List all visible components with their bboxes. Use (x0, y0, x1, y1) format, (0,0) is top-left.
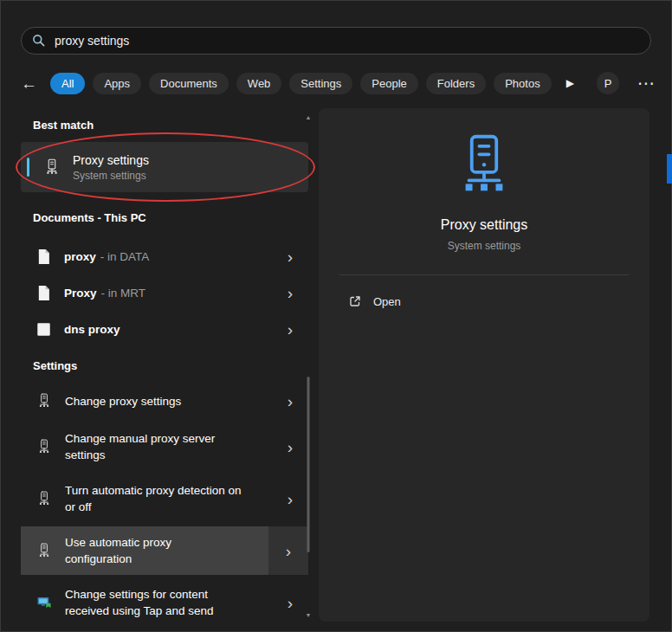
preview-divider (339, 274, 629, 275)
chevron-right-icon[interactable]: › (288, 248, 293, 265)
chevron-right-icon[interactable]: › (288, 321, 293, 338)
document-icon (36, 285, 51, 301)
scrollbar-track[interactable] (303, 122, 313, 611)
item-main[interactable]: Use automatic proxy configuration (21, 526, 268, 575)
item-text: proxy- in DATA (64, 250, 149, 263)
preview-panel: Proxy settings System settings Open (319, 108, 649, 622)
best-match-subtitle: System settings (73, 170, 149, 182)
item-name: proxy (64, 250, 96, 263)
section-heading-documents: Documents - This PC (21, 192, 308, 229)
result-item-proxy-in-data[interactable]: proxy- in DATA › (21, 238, 308, 274)
item-name: Proxy (64, 287, 97, 300)
result-item-dns-proxy[interactable]: dns proxy › (21, 311, 308, 347)
item-label: Use automatic proxy configuration (65, 534, 212, 567)
chevron-right-icon[interactable]: › (288, 393, 293, 410)
filter-tab-all[interactable]: All (50, 73, 85, 94)
item-suffix: - in MRT (101, 287, 146, 300)
open-action[interactable]: Open (348, 294, 401, 308)
windows-search-window: proxy settings ← All Apps Documents Web … (0, 0, 672, 632)
chevron-right-icon[interactable]: › (286, 543, 291, 559)
search-bar[interactable]: proxy settings (21, 27, 651, 55)
filter-tab-people[interactable]: People (360, 73, 417, 94)
scroll-up-icon[interactable]: ▲ (306, 113, 312, 122)
result-item-turn-automatic-proxy-detection[interactable]: Turn automatic proxy detection on or off… (21, 474, 308, 523)
filter-tab-folders[interactable]: Folders (426, 73, 486, 94)
filter-tab-web[interactable]: Web (236, 73, 282, 94)
section-heading-best-match: Best match (21, 108, 308, 137)
item-label: Change manual proxy server settings (65, 430, 242, 463)
chevron-right-icon[interactable]: › (288, 439, 293, 455)
section-heading-settings: Settings (21, 347, 308, 377)
item-label: Change proxy settings (65, 393, 181, 410)
background-window-sliver (667, 154, 672, 184)
item-name: dns proxy (64, 323, 120, 336)
scroll-down-icon[interactable]: ▼ (306, 611, 312, 620)
chevron-right-icon[interactable]: › (288, 285, 293, 301)
open-external-icon (348, 294, 362, 308)
more-filters-arrow-icon[interactable]: ▶ (566, 77, 574, 89)
result-item-change-proxy-settings[interactable]: Change proxy settings › (21, 383, 308, 419)
result-item-change-manual-proxy[interactable]: Change manual proxy server settings › (21, 422, 308, 471)
item-suffix: - in DATA (100, 250, 150, 263)
best-match-title: Proxy settings (73, 153, 149, 167)
proxy-server-icon (36, 543, 52, 558)
item-label: Change settings for content received usi… (65, 586, 242, 619)
filter-tab-settings[interactable]: Settings (289, 73, 352, 94)
filter-tab-row: ← All Apps Documents Web Settings People… (21, 71, 655, 95)
item-label: Turn automatic proxy detection on or off (65, 482, 242, 515)
document-icon (36, 248, 51, 265)
proxy-server-icon (36, 439, 52, 455)
account-avatar[interactable]: P (597, 72, 619, 94)
scrollbar-thumb[interactable] (307, 377, 310, 552)
open-label: Open (373, 295, 401, 308)
results-scrollbar[interactable]: ▲ ▼ (303, 113, 313, 620)
chevron-right-icon[interactable]: › (288, 595, 293, 611)
preview-title: Proxy settings (441, 217, 527, 233)
filter-tab-apps[interactable]: Apps (93, 73, 141, 94)
search-icon (32, 34, 46, 48)
chevron-right-icon[interactable]: › (288, 491, 293, 507)
search-input[interactable]: proxy settings (55, 34, 129, 48)
proxy-server-icon (36, 491, 52, 506)
more-options-icon[interactable]: ⋯ (637, 74, 655, 92)
file-blank-icon (36, 322, 51, 337)
best-match-text: Proxy settings System settings (73, 153, 149, 182)
back-arrow-icon[interactable]: ← (21, 75, 37, 92)
proxy-server-icon (43, 158, 61, 176)
filter-tab-photos[interactable]: Photos (494, 73, 551, 94)
best-match-result[interactable]: Proxy settings System settings (21, 142, 308, 192)
item-text: Proxy- in MRT (64, 287, 145, 300)
tap-and-send-icon (36, 595, 52, 610)
preview-subtitle: System settings (448, 240, 521, 252)
result-item-use-automatic-proxy-configuration[interactable]: Use automatic proxy configuration › (21, 526, 308, 575)
filter-tab-documents[interactable]: Documents (149, 73, 229, 94)
proxy-server-large-icon (451, 132, 517, 198)
results-panel: Best match Proxy settings System setting… (21, 108, 308, 625)
result-item-proxy-in-mrt[interactable]: Proxy- in MRT › (21, 274, 308, 311)
item-text: dns proxy (64, 323, 125, 336)
result-item-tap-and-send[interactable]: Change settings for content received usi… (21, 578, 308, 627)
proxy-server-icon (36, 393, 52, 409)
